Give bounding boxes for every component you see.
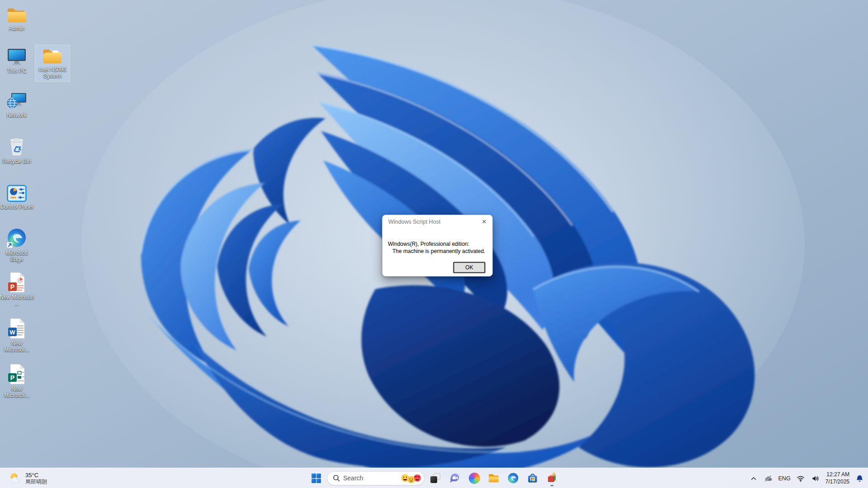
speaker-icon: [811, 475, 820, 482]
icon-label: Recycle Bin: [2, 159, 31, 165]
notification-center-button[interactable]: [854, 472, 864, 485]
icon-label: This PC: [7, 68, 27, 75]
wifi-icon: [797, 475, 805, 482]
taskbar: 35°C 局部晴朗: [0, 468, 868, 488]
chevron-up-icon: [750, 475, 757, 482]
copilot-button[interactable]: [466, 469, 483, 487]
start-button[interactable]: [307, 469, 325, 487]
desktop-icon-new-word[interactable]: W New Microsof...: [0, 318, 34, 353]
search-icon: [333, 474, 340, 482]
chat-icon: [449, 472, 461, 484]
activation-tool-button[interactable]: [543, 469, 561, 487]
onedrive-status[interactable]: [764, 472, 774, 485]
recycle-bin-icon: [7, 136, 26, 157]
icon-label: New Microsoft ...: [0, 295, 34, 307]
activation-tool-cube-icon: [546, 472, 558, 484]
weather-condition: 局部晴朗: [25, 479, 47, 485]
word-file-icon: W: [7, 318, 26, 339]
dialog-message-line2: The machine is permanently activated.: [392, 248, 487, 255]
publisher-file-icon: P: [7, 363, 26, 385]
icon-label: Intel N5095 System: [36, 67, 69, 80]
running-indicator: [551, 485, 554, 486]
folder-icon: [6, 5, 27, 24]
edge-button[interactable]: [505, 469, 522, 487]
desktop-icon-new-publisher[interactable]: P New Microsof...: [0, 363, 34, 399]
onedrive-not-signed-in-icon: [764, 475, 773, 482]
dialog-message-line1: Windows(R), Professional edition:: [388, 240, 487, 248]
clock-date: 7/17/2025: [826, 479, 849, 486]
powerpoint-file-icon: P: [7, 272, 26, 293]
volume-indicator[interactable]: [811, 472, 821, 485]
icon-label: Microsoft Edge: [0, 250, 34, 263]
taskbar-clock[interactable]: 12:27 AM 7/17/2025: [826, 471, 849, 485]
desktop-icon-intel-n5095-system[interactable]: Intel N5095 System: [35, 45, 70, 81]
desktop-icon-network[interactable]: Network: [0, 90, 34, 119]
desktop-icon-microsoft-edge[interactable]: Microsoft Edge: [0, 227, 34, 263]
control-panel-icon: [6, 184, 27, 203]
icon-label: Network: [7, 113, 27, 119]
edge-taskbar-icon: [507, 472, 519, 484]
weather-widget[interactable]: 35°C 局部晴朗: [5, 468, 51, 488]
desktop: Admin This PC Intel N5095 System: [0, 0, 868, 488]
clock-time: 12:27 AM: [826, 471, 849, 479]
emoji-neutral-icon: [407, 476, 415, 483]
desktop-icon-this-pc[interactable]: This PC: [0, 47, 34, 75]
network-icon: [6, 90, 28, 111]
partly-sunny-icon: [8, 472, 22, 485]
microsoft-store-icon: [527, 472, 538, 484]
svg-text:W: W: [9, 329, 15, 336]
search-box[interactable]: [327, 471, 425, 485]
weather-temperature: 35°C: [25, 472, 47, 479]
microsoft-store-button[interactable]: [524, 469, 541, 487]
task-view-icon: [430, 473, 440, 483]
windows-start-icon: [311, 473, 322, 484]
folder-documents-icon: [42, 47, 63, 66]
icon-label: Control Panel: [0, 204, 33, 211]
dialog-title: Windows Script Host: [388, 219, 440, 225]
desktop-icon-recycle-bin[interactable]: Recycle Bin: [0, 136, 34, 165]
chat-button[interactable]: [446, 469, 463, 487]
copilot-icon: [469, 473, 480, 484]
dialog-message: Windows(R), Professional edition: The ma…: [382, 225, 492, 255]
desktop-icon-admin[interactable]: Admin: [0, 5, 34, 32]
icon-label: New Microsof...: [0, 386, 34, 399]
file-explorer-icon: [488, 472, 500, 484]
edge-icon: [6, 227, 28, 249]
desktop-icon-new-powerpoint[interactable]: P New Microsoft ...: [0, 272, 34, 307]
search-input[interactable]: [343, 474, 400, 482]
icon-label: New Microsof...: [0, 341, 34, 353]
system-tray: ENG 12:27 AM 7/17/2025: [749, 468, 864, 488]
wifi-indicator[interactable]: [796, 472, 806, 485]
notification-bell-icon: [856, 474, 863, 483]
shortcut-arrow-badge: [7, 242, 13, 248]
close-icon[interactable]: ✕: [480, 218, 488, 225]
ok-button[interactable]: OK: [454, 263, 485, 272]
search-highlights-emojis[interactable]: [403, 474, 421, 482]
computer-icon: [6, 47, 27, 67]
hidden-icons-chevron[interactable]: [749, 472, 759, 485]
svg-text:P: P: [10, 283, 14, 291]
language-indicator[interactable]: ENG: [778, 475, 791, 482]
taskbar-center: [307, 468, 561, 488]
svg-text:P: P: [10, 374, 14, 381]
windows-script-host-dialog: Windows Script Host ✕ Windows(R), Profes…: [382, 215, 493, 277]
desktop-icon-control-panel[interactable]: Control Panel: [0, 184, 34, 211]
dialog-title-bar[interactable]: Windows Script Host ✕: [382, 215, 492, 225]
file-explorer-button[interactable]: [485, 469, 502, 487]
task-view-button[interactable]: [427, 469, 444, 487]
icon-label: Admin: [9, 26, 24, 32]
